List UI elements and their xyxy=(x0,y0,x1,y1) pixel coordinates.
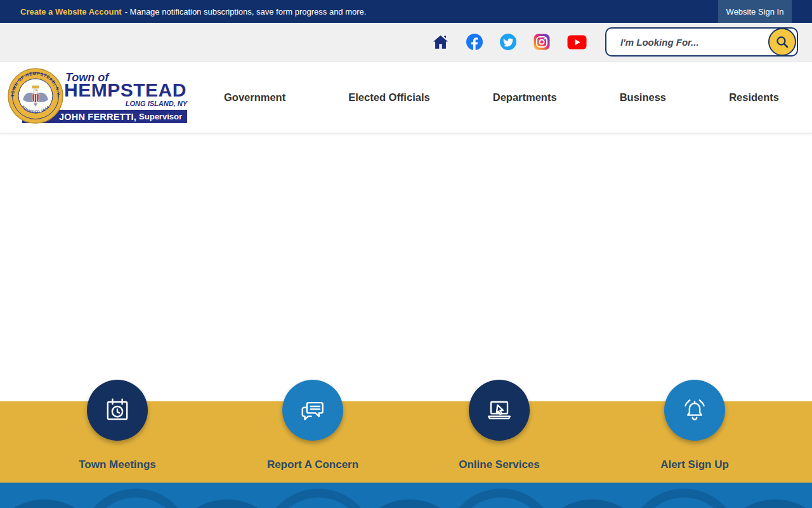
quicklink-online-services[interactable]: Online Services xyxy=(436,380,563,471)
logo-region-text: LONG ISLAND, NY xyxy=(126,100,187,107)
hero-placeholder xyxy=(0,133,812,401)
home-icon[interactable] xyxy=(432,34,449,51)
nav-item-business[interactable]: Business xyxy=(620,91,666,104)
create-account-link[interactable]: Create a Website Account xyxy=(20,7,122,17)
nav-item-government[interactable]: Government xyxy=(224,91,285,104)
search-submit-button[interactable] xyxy=(768,28,796,56)
quicklink-report-a-concern[interactable]: Report A Concern xyxy=(249,380,376,471)
top-utility-bar: Create a Website Account - Manage notifi… xyxy=(0,0,812,23)
nav-item-departments[interactable]: Departments xyxy=(493,91,557,104)
quicklink-label[interactable]: Online Services xyxy=(436,458,563,471)
twitter-icon[interactable] xyxy=(500,34,516,50)
nav-item-elected-officials[interactable]: Elected Officials xyxy=(348,91,429,104)
nav-item-residents[interactable]: Residents xyxy=(729,91,779,104)
magnifier-icon xyxy=(775,35,789,49)
social-icons-row xyxy=(432,34,587,51)
laptop-cursor-icon xyxy=(483,394,516,427)
report-concern-circle[interactable] xyxy=(282,380,343,441)
quicklink-alert-sign-up[interactable]: Alert Sign Up xyxy=(631,380,758,471)
online-services-circle[interactable] xyxy=(469,380,530,441)
site-header: TOWN OF HEMPSTEAD, N.Y. FOUNDED 1644 Tow… xyxy=(0,62,812,133)
bell-alert-icon xyxy=(678,394,711,427)
quicklink-town-meetings[interactable]: Town Meetings xyxy=(54,380,181,471)
main-navigation: Government Elected Officials Departments… xyxy=(224,62,779,133)
cursor-arrow xyxy=(497,405,503,415)
account-description-text: - Manage notification subscriptions, sav… xyxy=(125,7,367,17)
site-search xyxy=(605,27,798,57)
logo-name-text: HEMPSTEAD xyxy=(64,79,187,101)
chat-bubbles-icon xyxy=(296,394,329,427)
town-seal-icon: TOWN OF HEMPSTEAD, N.Y. FOUNDED 1644 xyxy=(8,68,63,124)
supervisor-name: JOHN FERRETTI, xyxy=(59,112,136,122)
quick-links-band: Town Meetings Report A Concern Online Se… xyxy=(0,401,812,483)
facebook-icon[interactable] xyxy=(466,34,483,50)
footer-wave-band xyxy=(0,483,812,508)
youtube-icon[interactable] xyxy=(567,35,587,50)
site-logo[interactable]: TOWN OF HEMPSTEAD, N.Y. FOUNDED 1644 Tow… xyxy=(6,68,187,126)
quicklink-label[interactable]: Alert Sign Up xyxy=(631,458,758,471)
alert-signup-circle[interactable] xyxy=(664,380,725,441)
instagram-icon[interactable] xyxy=(534,34,550,50)
supervisor-title: Supervisor xyxy=(139,112,182,121)
calendar-clock-icon xyxy=(101,394,134,427)
website-sign-in-button[interactable]: Website Sign In xyxy=(718,0,792,23)
quicklink-label[interactable]: Town Meetings xyxy=(54,458,181,471)
social-search-bar xyxy=(0,23,812,62)
quicklink-label[interactable]: Report A Concern xyxy=(249,458,376,471)
town-meetings-circle[interactable] xyxy=(87,380,148,441)
